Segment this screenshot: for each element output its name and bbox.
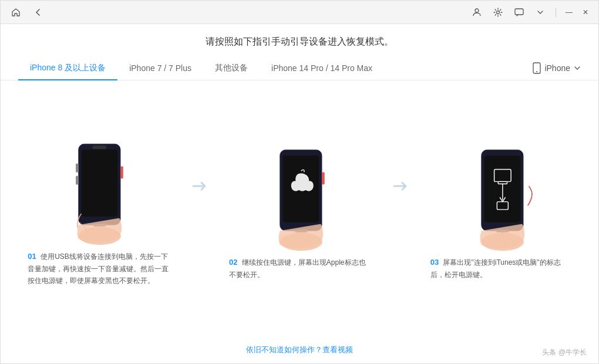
- home-button[interactable]: [8, 4, 24, 21]
- svg-rect-15: [322, 172, 325, 184]
- step-2-block: 02 继续按住电源键，屏幕出现Apple标志也不要松开。: [214, 139, 386, 281]
- tab-iphone7[interactable]: iPhone 7 / 7 Plus: [117, 58, 203, 80]
- chat-icon-button[interactable]: [511, 4, 527, 21]
- svg-rect-6: [82, 149, 118, 216]
- device-selector-chevron: [574, 65, 581, 72]
- tab-iphone8[interactable]: iPhone 8 及以上设备: [18, 57, 117, 80]
- page-title: 请按照如下指引手动引导设备进入恢复模式。: [1, 24, 598, 56]
- title-bar-right: — ✕: [469, 4, 591, 21]
- step-3-illustration: [448, 139, 554, 256]
- step-3-desc: 03 屏幕出现"连接到iTunes或电脑"的标志后，松开电源键。: [422, 256, 580, 281]
- tabs-left: iPhone 8 及以上设备 iPhone 7 / 7 Plus 其他设备 iP…: [18, 56, 533, 80]
- brand-watermark: 头条 @牛学长: [542, 348, 587, 358]
- tab-other[interactable]: 其他设备: [203, 57, 260, 80]
- step-2-desc: 02 继续按住电源键，屏幕出现Apple标志也不要松开。: [220, 256, 379, 281]
- device-selector[interactable]: iPhone: [533, 62, 581, 74]
- expand-icon-button[interactable]: [532, 4, 548, 21]
- main-content: 请按照如下指引手动引导设备进入恢复模式。 iPhone 8 及以上设备 iPho…: [1, 24, 598, 363]
- arrow-2: [385, 176, 415, 197]
- steps-area: 01 使用USB线将设备连接到电脑，先按一下音量加键，再快速按一下音量减键。然后…: [1, 80, 598, 339]
- svg-rect-9: [76, 163, 79, 172]
- arrow-right-icon-2: [389, 176, 410, 197]
- minimize-button[interactable]: —: [563, 6, 575, 18]
- step-1-desc: 01 使用USB线将设备连接到电脑，先按一下音量加键，再快速按一下音量减键。然后…: [19, 250, 177, 287]
- footer: 依旧不知道如何操作？查看视频 头条 @牛学长: [1, 339, 598, 363]
- back-button[interactable]: [30, 4, 46, 21]
- title-bar: — ✕: [1, 1, 598, 24]
- svg-rect-7: [93, 146, 107, 149]
- svg-point-1: [497, 11, 500, 14]
- titlebar-divider: [556, 8, 556, 17]
- arrow-right-icon-1: [189, 176, 210, 197]
- svg-rect-2: [515, 9, 523, 15]
- help-video-link[interactable]: 依旧不知道如何操作？查看视频: [246, 345, 353, 354]
- step-3-block: 03 屏幕出现"连接到iTunes或电脑"的标志后，松开电源键。: [415, 139, 587, 281]
- close-button[interactable]: ✕: [580, 6, 591, 18]
- tabs-container: iPhone 8 及以上设备 iPhone 7 / 7 Plus 其他设备 iP…: [1, 56, 598, 80]
- title-bar-left: [8, 4, 46, 21]
- svg-rect-8: [120, 166, 123, 178]
- settings-icon-button[interactable]: [490, 4, 506, 21]
- tab-iphone14pro[interactable]: iPhone 14 Pro / 14 Pro Max: [260, 58, 384, 80]
- step-1-illustration: [45, 133, 151, 250]
- svg-point-4: [536, 71, 537, 72]
- svg-point-0: [475, 9, 479, 12]
- step-2-illustration: [247, 139, 352, 256]
- user-icon-button[interactable]: [469, 4, 485, 21]
- step-1-block: 01 使用USB线将设备连接到电脑，先按一下音量加键，再快速按一下音量减键。然后…: [12, 133, 184, 287]
- arrow-1: [184, 176, 214, 197]
- svg-rect-10: [76, 176, 79, 184]
- device-phone-icon: [533, 62, 541, 74]
